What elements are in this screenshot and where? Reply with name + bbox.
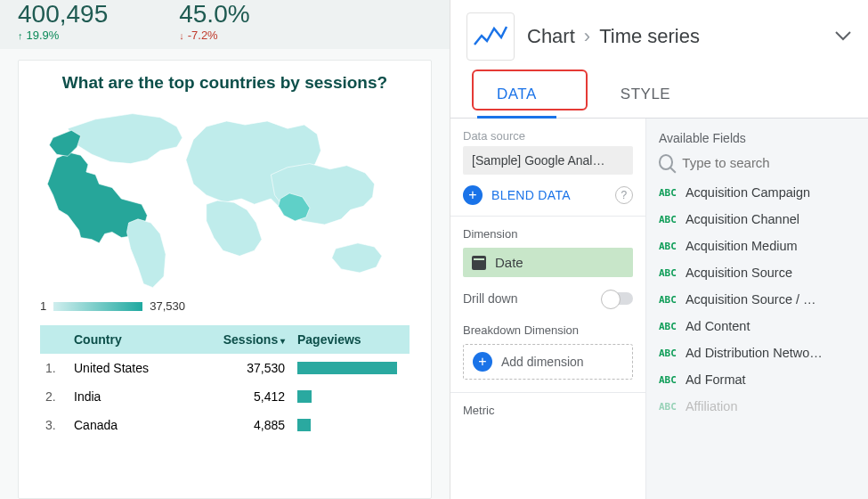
data-source-chip[interactable]: [Sample] Google Anal…	[463, 146, 633, 175]
map-legend: 1 37,530	[40, 299, 410, 313]
add-dimension-button[interactable]: + Add dimension	[463, 344, 633, 380]
report-canvas: 400,495 19.9% 45.0% -7.2% What are the t…	[0, 0, 450, 499]
pageviews-bar	[297, 419, 311, 431]
table-row[interactable]: 2. India 5,412	[40, 382, 410, 411]
abc-icon: ABC	[659, 348, 677, 359]
abc-icon: ABC	[659, 214, 677, 225]
calendar-icon	[472, 256, 486, 270]
scorecard-2-change: -7.2%	[179, 29, 249, 42]
data-config-panel: Data source [Sample] Google Anal… + BLEN…	[450, 119, 646, 499]
dimension-label: Dimension	[450, 217, 645, 244]
map-title: What are the top countries by sessions?	[40, 73, 410, 93]
field-item[interactable]: ABCAd Format	[646, 366, 868, 393]
abc-icon: ABC	[659, 294, 677, 306]
plus-icon: +	[463, 185, 483, 205]
blend-data-button[interactable]: + BLEND DATA ?	[450, 175, 645, 217]
arrow-up-icon	[18, 29, 23, 42]
scorecard-1-change: 19.9%	[18, 29, 108, 42]
field-item[interactable]: ABCAcquisition Source / …	[646, 286, 868, 313]
breadcrumb: Chart › Time series	[527, 25, 700, 48]
field-item[interactable]: ABCAcquisition Campaign	[646, 179, 868, 206]
field-item[interactable]: ABCAcquisition Medium	[646, 233, 868, 259]
fields-search[interactable]	[646, 154, 868, 179]
timeseries-icon	[473, 23, 508, 50]
drill-down-label: Drill down	[463, 291, 517, 306]
legend-min: 1	[40, 299, 46, 313]
pageviews-bar	[297, 362, 397, 374]
map-card[interactable]: What are the top countries by sessions? …	[18, 60, 432, 499]
col-country[interactable]: Country	[70, 332, 217, 347]
scorecard-1-value: 400,495	[18, 0, 108, 29]
panel-tabs: DATA STYLE	[450, 73, 868, 119]
abc-icon: ABC	[659, 401, 677, 413]
arrow-down-icon	[179, 29, 184, 42]
chart-type-icon[interactable]	[466, 12, 515, 61]
scorecard-2[interactable]: 45.0% -7.2%	[179, 0, 249, 42]
search-icon	[659, 154, 673, 170]
properties-panel: Chart › Time series DATA STYLE Data sour…	[450, 0, 868, 499]
breadcrumb-current: Time series	[599, 25, 700, 48]
data-source-label: Data source	[450, 119, 645, 146]
drill-down-toggle[interactable]	[603, 292, 633, 305]
world-map	[40, 100, 410, 296]
abc-icon: ABC	[659, 267, 677, 279]
col-pageviews[interactable]: Pageviews	[297, 332, 404, 347]
fields-title: Available Fields	[646, 119, 868, 154]
scorecard-row: 400,495 19.9% 45.0% -7.2%	[0, 0, 450, 49]
table-row[interactable]: 3. Canada 4,885	[40, 411, 410, 439]
help-icon[interactable]: ?	[615, 186, 633, 204]
pageviews-bar	[297, 390, 312, 403]
chevron-down-icon[interactable]	[834, 29, 852, 45]
field-item[interactable]: ABCAd Content	[646, 313, 868, 339]
metric-label: Metric	[450, 393, 645, 421]
drill-down-row: Drill down	[450, 286, 645, 313]
tab-style[interactable]: STYLE	[601, 73, 690, 118]
abc-icon: ABC	[659, 321, 677, 332]
dimension-chip[interactable]: Date	[463, 248, 633, 277]
field-item[interactable]: ABCAffiliation	[646, 393, 868, 420]
legend-max: 37,530	[150, 299, 185, 313]
breakdown-label: Breakdown Dimension	[450, 313, 645, 340]
table-header-row: Country Sessions Pageviews	[40, 325, 410, 354]
abc-icon: ABC	[659, 374, 677, 386]
abc-icon: ABC	[659, 241, 677, 252]
search-input[interactable]	[682, 155, 856, 170]
field-item[interactable]: ABCAd Distribution Netwo…	[646, 339, 868, 366]
scorecard-1[interactable]: 400,495 19.9%	[18, 0, 108, 42]
field-item[interactable]: ABCAcquisition Source	[646, 259, 868, 286]
breadcrumb-root[interactable]: Chart	[527, 25, 575, 48]
breadcrumb-sep-icon: ›	[584, 25, 590, 48]
field-list[interactable]: ABCAcquisition Campaign ABCAcquisition C…	[646, 179, 868, 499]
country-table[interactable]: Country Sessions Pageviews 1. United Sta…	[40, 325, 410, 439]
table-row[interactable]: 1. United States 37,530	[40, 354, 410, 382]
scorecard-2-value: 45.0%	[179, 0, 249, 29]
field-item[interactable]: ABCAcquisition Channel	[646, 206, 868, 233]
tab-data[interactable]: DATA	[477, 73, 556, 119]
col-sessions[interactable]: Sessions	[217, 332, 297, 347]
abc-icon: ABC	[659, 187, 677, 199]
legend-gradient	[53, 302, 142, 311]
chart-type-header[interactable]: Chart › Time series	[450, 0, 868, 73]
available-fields-panel: Available Fields ABCAcquisition Campaign…	[646, 119, 868, 499]
plus-icon: +	[473, 352, 492, 372]
